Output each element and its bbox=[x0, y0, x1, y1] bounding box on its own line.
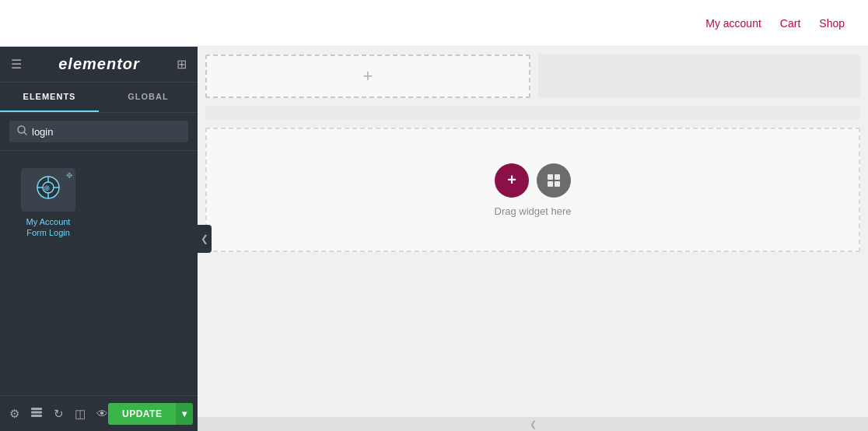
svg-rect-15 bbox=[555, 181, 560, 187]
fab-add-button[interactable]: + bbox=[495, 163, 529, 198]
canvas-scroll-bottom[interactable]: ❮ bbox=[198, 417, 868, 431]
bottom-icons: ⚙ ↻ ◫ 👁 bbox=[9, 407, 108, 421]
sidebar-bottom: ⚙ ↻ ◫ 👁 UPDATE ▾ bbox=[0, 395, 198, 431]
update-group: UPDATE ▾ bbox=[108, 403, 193, 425]
sidebar-widgets: ⊕ ✥ My Account Form Login bbox=[0, 151, 198, 395]
sidebar-tabs: ELEMENTS GLOBAL bbox=[0, 82, 198, 113]
section-row-1: + bbox=[205, 54, 860, 98]
move-cursor-icon: ✥ bbox=[66, 171, 72, 180]
top-bar-links: My account Cart Shop bbox=[705, 17, 845, 30]
preview-icon[interactable]: 👁 bbox=[96, 407, 108, 421]
fab-buttons: + bbox=[495, 163, 571, 198]
section-col-right bbox=[538, 54, 860, 98]
widget-card-my-account-form-login[interactable]: ⊕ ✥ My Account Form Login bbox=[9, 160, 87, 247]
cart-link[interactable]: Cart bbox=[780, 17, 800, 30]
widget-label: My Account Form Login bbox=[16, 216, 81, 239]
my-account-link[interactable]: My account bbox=[705, 17, 761, 30]
canvas: + + bbox=[198, 47, 868, 431]
search-box bbox=[9, 121, 188, 142]
svg-line-1 bbox=[24, 132, 26, 135]
update-arrow-button[interactable]: ▾ bbox=[176, 403, 193, 425]
history-icon[interactable]: ↻ bbox=[54, 407, 64, 421]
svg-rect-12 bbox=[548, 174, 553, 180]
svg-rect-9 bbox=[31, 408, 42, 410]
search-input[interactable] bbox=[32, 126, 180, 138]
update-button[interactable]: UPDATE bbox=[108, 403, 176, 425]
widget-icon: ⊕ bbox=[34, 173, 62, 207]
svg-rect-13 bbox=[555, 174, 560, 180]
svg-rect-14 bbox=[548, 181, 553, 187]
widget-icon-box: ⊕ ✥ bbox=[21, 168, 75, 212]
svg-rect-11 bbox=[31, 415, 42, 417]
hamburger-icon[interactable]: ☰ bbox=[11, 57, 22, 72]
sidebar-logo: elementor bbox=[58, 55, 140, 73]
top-bar: My account Cart Shop bbox=[0, 0, 868, 47]
fab-grid-button[interactable] bbox=[537, 163, 571, 198]
svg-text:⊕: ⊕ bbox=[44, 184, 50, 192]
sidebar: ☰ elementor ⊞ ELEMENTS GLOBAL bbox=[0, 47, 198, 431]
main-layout: ☰ elementor ⊞ ELEMENTS GLOBAL bbox=[0, 47, 868, 431]
shop-link[interactable]: Shop bbox=[819, 17, 845, 30]
tab-global[interactable]: GLOBAL bbox=[99, 82, 198, 112]
layers-icon[interactable] bbox=[30, 407, 43, 421]
search-icon bbox=[17, 125, 27, 138]
section-spacer-1 bbox=[205, 106, 860, 120]
sidebar-header: ☰ elementor ⊞ bbox=[0, 47, 198, 82]
grid-icon[interactable]: ⊞ bbox=[177, 57, 187, 72]
responsive-icon[interactable]: ◫ bbox=[75, 407, 86, 421]
tab-elements[interactable]: ELEMENTS bbox=[0, 82, 99, 112]
section-large: + Drag widget here bbox=[205, 128, 860, 252]
svg-rect-10 bbox=[31, 411, 42, 413]
sidebar-search bbox=[0, 113, 198, 151]
collapse-handle[interactable]: ❮ bbox=[198, 225, 212, 253]
canvas-content: + + bbox=[198, 47, 868, 431]
add-column-button[interactable]: + bbox=[363, 66, 373, 86]
settings-icon[interactable]: ⚙ bbox=[9, 407, 19, 421]
section-col-left[interactable]: + bbox=[205, 54, 530, 98]
drag-widget-area: + Drag widget here bbox=[495, 163, 572, 217]
drag-label: Drag widget here bbox=[495, 205, 572, 217]
